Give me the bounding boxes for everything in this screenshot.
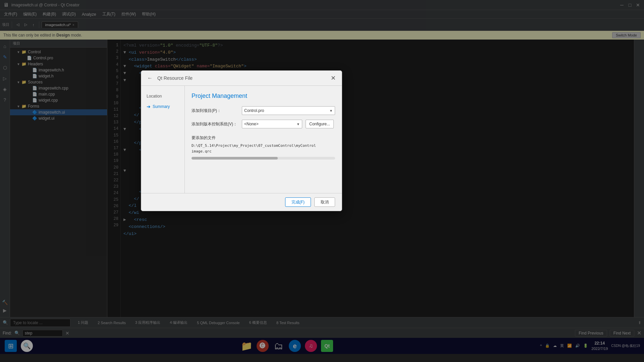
clock[interactable]: 22:14 2022/7/19 — [591, 341, 608, 351]
more-tabs-button[interactable]: ⬆ — [638, 320, 641, 325]
lock-icon: 🔒 — [545, 344, 550, 348]
dialog-main-content: Project Management 添加到项目(P)： Control.pro… — [185, 86, 342, 193]
menu-help[interactable]: 帮助(H) — [139, 11, 158, 18]
file-icon: 📄 — [32, 98, 37, 103]
search-button[interactable]: 🔍 — [20, 339, 34, 353]
side-build-icon[interactable]: 🔨 — [1, 298, 9, 306]
find-next-button[interactable]: Find Next — [610, 330, 634, 337]
tree-item-imageswitch-cpp[interactable]: 📄 imageswitch.cpp — [10, 85, 107, 91]
side-run-icon[interactable]: ▶ — [1, 306, 9, 314]
configure-button[interactable]: Configure... — [306, 120, 334, 128]
ui-file-icon-2: 🔷 — [32, 116, 37, 121]
menu-edit[interactable]: 编辑(E) — [20, 11, 39, 18]
tree-label-control-pro: Control.pro — [33, 56, 53, 60]
nav-back-button[interactable]: ◁ — [14, 22, 21, 27]
tab-imageswitch-ui[interactable]: imageswitch.ui* × — [42, 21, 78, 28]
dialog-nav-location[interactable]: Location — [141, 91, 184, 101]
tree-item-main-cpp[interactable]: 📄 main.cpp — [10, 91, 107, 97]
language-indicator[interactable]: 英 — [560, 343, 564, 348]
add-to-project-select[interactable]: Control.pro ▼ — [242, 106, 335, 115]
file-icon: 📄 — [27, 56, 32, 60]
side-project-icon[interactable]: ◈ — [1, 85, 9, 93]
folder-yellow-button[interactable]: 🗂 — [272, 339, 285, 353]
battery-icon: 🔋 — [583, 344, 588, 348]
tree-item-widget-h[interactable]: 📄 widget.h — [10, 73, 107, 79]
folder-icon: 📁 — [21, 104, 26, 109]
music-button[interactable]: ♫ — [304, 339, 318, 353]
side-debug-icon[interactable]: ▷ — [1, 74, 9, 82]
tree-item-imageswitch-ui[interactable]: 🔷 imageswitch.ui — [10, 109, 107, 115]
dialog-nav-summary[interactable]: ➔ Summary — [141, 101, 184, 112]
side-help-icon[interactable]: ? — [1, 96, 9, 104]
search-area: 🔍 Type to locate ... — [3, 319, 70, 327]
start-button[interactable]: ⊞ — [4, 339, 17, 353]
side-edit-icon[interactable]: ✎ — [1, 53, 9, 61]
window-controls: ─ □ ✕ — [619, 2, 641, 8]
tree-item-widget-ui[interactable]: 🔷 widget.ui — [10, 115, 107, 121]
tree-item-sources[interactable]: ▼ 📁 Sources — [10, 79, 107, 85]
maximize-button[interactable]: □ — [627, 2, 633, 8]
tree-item-control-pro[interactable]: 📄 Control.pro — [10, 55, 107, 61]
menu-widget[interactable]: 控件(W) — [119, 11, 139, 18]
find-clear-button[interactable]: ✕ — [65, 330, 69, 336]
side-welcome-icon[interactable]: ⌂ — [1, 42, 9, 50]
add-to-vcs-label: 添加到版本控制系统(V)： — [192, 121, 238, 127]
chevron-icon: ▼ — [17, 50, 21, 54]
show-hidden-icons-button[interactable]: ^ — [540, 344, 542, 348]
tree-label-imageswitch-ui: imageswitch.ui — [39, 110, 65, 115]
find-previous-button[interactable]: Find Previous — [575, 330, 607, 337]
dialog-close-button[interactable]: ✕ — [329, 74, 337, 82]
menu-file[interactable]: 文件(F) — [1, 11, 20, 18]
find-bar-close-button[interactable]: ✕ — [637, 330, 641, 336]
tab-search-results[interactable]: 2 Search Results — [96, 320, 128, 325]
dialog-main-title: Project Management — [192, 93, 335, 100]
tree-item-headers[interactable]: ▼ 📁 Headers — [10, 61, 107, 67]
tab-compile-output[interactable]: 4 编译输出 — [168, 319, 190, 326]
tree-item-imageswitch-h[interactable]: 📄 imageswitch.h — [10, 67, 107, 73]
tree-item-control[interactable]: ▼ 📁 Control — [10, 49, 107, 55]
switch-mode-button[interactable]: Switch Mode — [612, 32, 641, 38]
menu-analyze[interactable]: Analyze — [79, 11, 99, 17]
bottom-panel: 🔍 Type to locate ... 1 问题 2 Search Resul… — [0, 317, 644, 328]
find-search-icon: 🔍 — [14, 330, 20, 336]
menu-build[interactable]: 构建(B) — [40, 11, 59, 18]
toolbar-separator — [12, 21, 12, 28]
tab-qml-debugger[interactable]: 5 QML Debugger Console — [195, 320, 241, 325]
tree-item-widget-cpp[interactable]: 📄 widget.cpp — [10, 97, 107, 103]
edge-button[interactable]: e — [288, 339, 302, 353]
tab-app-output[interactable]: 3 应用程序输出 — [133, 319, 162, 326]
red-app-button[interactable]: 🅒 — [256, 339, 269, 353]
toolbar: 项目 ◁ ▷ ↑ imageswitch.ui* × — [0, 19, 644, 31]
file-icon: 📄 — [32, 68, 37, 72]
finish-button[interactable]: 完成(F) — [285, 197, 311, 207]
add-to-project-label: 添加到项目(P)： — [192, 108, 238, 114]
edge-icon: e — [289, 340, 301, 352]
menu-debug[interactable]: 调试(D) — [59, 11, 78, 18]
nav-up-button[interactable]: ↑ — [31, 22, 37, 27]
csdn-label: CSDN @电-孤狂19 — [611, 344, 640, 348]
files-icon: 📁 — [241, 341, 253, 352]
tab-test-results[interactable]: 8 Test Results — [274, 320, 302, 325]
tab-overview[interactable]: 6 概要信息 — [247, 319, 269, 326]
tab-close-button[interactable]: × — [72, 23, 74, 27]
tab-issues[interactable]: 1 问题 — [76, 319, 90, 326]
dialog-back-button[interactable]: ← — [146, 74, 154, 82]
nav-forward-button[interactable]: ▷ — [22, 22, 29, 27]
side-icon-panel: ⌂ ✎ ⬡ ▷ ◈ ? 🔨 ▶ — [0, 40, 10, 317]
nav-location-label: Location — [147, 94, 162, 99]
close-button[interactable]: ✕ — [635, 2, 641, 8]
side-design-icon[interactable]: ⬡ — [1, 64, 9, 72]
tree-item-forms[interactable]: ▼ 📁 Forms — [10, 103, 107, 109]
dialog-body: Location ➔ Summary Project Management 添加… — [141, 86, 342, 193]
qt-button[interactable]: Qt — [320, 339, 334, 353]
cancel-button[interactable]: 取消 — [314, 197, 335, 207]
add-to-vcs-select[interactable]: <None> ▼ — [242, 120, 302, 128]
find-label: Find: — [3, 331, 12, 336]
menu-tools[interactable]: 工具(T) — [100, 11, 118, 18]
type-to-locate-input[interactable]: Type to locate ... — [10, 319, 70, 327]
tree-label-headers: Headers — [28, 62, 43, 66]
files-button[interactable]: 📁 — [240, 339, 253, 353]
tree-label-main-cpp: main.cpp — [39, 92, 55, 97]
minimize-button[interactable]: ─ — [619, 2, 625, 8]
find-input[interactable] — [22, 330, 63, 337]
